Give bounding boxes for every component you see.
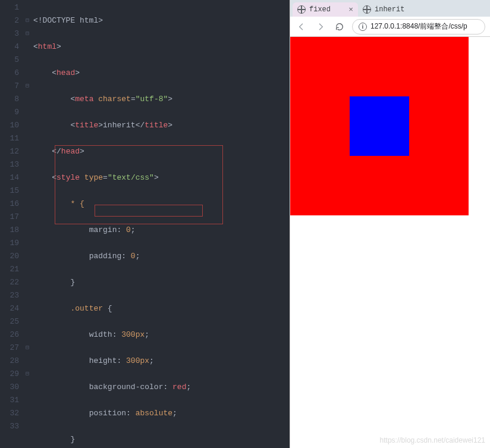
close-icon[interactable]: × [348, 5, 353, 14]
back-button[interactable] [295, 20, 308, 33]
fold-gutter: ⊟⊟⊟⊟⊟ [24, 0, 31, 448]
tab-inherit[interactable]: inherit [358, 2, 423, 17]
tab-label: inherit [375, 5, 404, 14]
code-editor: 1234567891011121314151617181920212223242… [0, 0, 290, 448]
code-area[interactable]: <!DOCTYPE html> <html> <head> <meta char… [31, 0, 290, 448]
arrow-left-icon [297, 22, 306, 32]
tab-fixed[interactable]: fixed × [293, 2, 358, 17]
browser-toolbar: i 127.0.0.1:8848/前端整合/css/p [290, 17, 490, 37]
watermark: https://blog.csdn.net/caidewei121 [380, 436, 485, 444]
site-info-icon[interactable]: i [359, 23, 367, 31]
reload-button[interactable] [333, 20, 346, 33]
inner-div [350, 96, 409, 156]
page-viewport [290, 37, 490, 448]
arrow-right-icon [316, 22, 325, 32]
code-doctype: <!DOCTYPE html> [33, 16, 103, 25]
forward-button[interactable] [314, 20, 327, 33]
tab-strip: fixed × inherit [290, 0, 490, 17]
outter-div [290, 37, 469, 215]
browser-window: fixed × inherit i 127.0.0.1:8848/前端整合/cs… [290, 0, 490, 448]
address-text: 127.0.0.1:8848/前端整合/css/p [370, 21, 467, 32]
line-number-gutter: 1234567891011121314151617181920212223242… [0, 0, 24, 448]
address-bar[interactable]: i 127.0.0.1:8848/前端整合/css/p [352, 19, 485, 35]
reload-icon [335, 22, 344, 32]
globe-icon [363, 5, 371, 14]
globe-icon [297, 5, 306, 14]
tab-label: fixed [309, 5, 331, 14]
